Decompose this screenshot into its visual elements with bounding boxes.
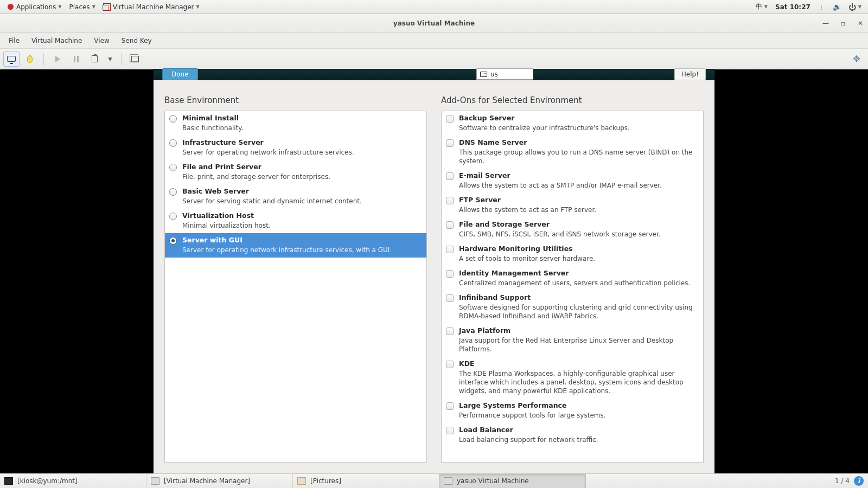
addon-option-title: Identity Management Server	[459, 269, 690, 278]
addon-option[interactable]: Backup ServerSoftware to centralize your…	[442, 111, 703, 136]
taskbar-task[interactable]: [kiosk@yum:/mnt]	[0, 474, 146, 488]
menu-file[interactable]: File	[3, 35, 25, 47]
addon-option-desc: Allows the system to act as a SMTP and/o…	[459, 181, 662, 190]
window-close-button[interactable]: ✕	[856, 20, 865, 27]
pause-icon	[74, 56, 79, 62]
taskbar-task[interactable]: yasuo Virtual Machine	[439, 474, 586, 488]
ime-indicator[interactable]: 中 ▼	[752, 2, 771, 11]
addon-option[interactable]: Identity Management ServerCentralized ma…	[442, 266, 703, 291]
env-option-desc: Server for operating network infrastruct…	[182, 246, 392, 254]
addons-list[interactable]: Backup ServerSoftware to centralize your…	[441, 111, 704, 463]
addon-option[interactable]: FTP ServerAllows the system to act as an…	[442, 193, 703, 217]
power-indicator[interactable]: ⏻▼	[845, 3, 865, 11]
console-view-button[interactable]	[3, 52, 20, 67]
addon-option[interactable]: Large Systems PerformancePerformance sup…	[442, 399, 703, 423]
env-option-title: Infrastructure Server	[182, 138, 354, 147]
checkbox-icon	[446, 197, 454, 204]
addon-option-desc: The KDE Plasma Workspaces, a highly-conf…	[459, 369, 699, 395]
appmenu-vmm[interactable]: Virtual Machine Manager ▼	[100, 3, 203, 11]
taskbar-task-label: yasuo Virtual Machine	[457, 477, 529, 485]
wifi-icon: ⧙	[818, 3, 826, 11]
keyboard-icon	[480, 72, 487, 77]
vm-shutdown-menu-button[interactable]: ▼	[105, 52, 116, 67]
window-minimize-button[interactable]: —	[821, 20, 830, 27]
toolbar-separator	[43, 53, 44, 65]
radio-icon	[169, 213, 177, 220]
vm-guest-display[interactable]: Done us Help! Base Environment Minimal I…	[0, 69, 868, 473]
window-title: yasuo Virtual Machine	[393, 20, 475, 27]
addon-option[interactable]: KDEThe KDE Plasma Workspaces, a highly-c…	[442, 357, 703, 399]
menu-view[interactable]: View	[88, 35, 114, 47]
env-option-title: File and Print Server	[182, 163, 330, 171]
info-applet-icon[interactable]: i	[854, 476, 864, 486]
addon-option-title: Large Systems Performance	[459, 401, 606, 410]
chevron-down-icon: ▼	[858, 4, 861, 9]
activities-redhat-menu[interactable]: Applications ▼	[3, 3, 65, 11]
vmm-icon	[444, 477, 452, 485]
vm-toolbar: ▼ ✥	[0, 49, 868, 69]
volume-indicator[interactable]: 🔉	[830, 3, 844, 11]
keyboard-layout-indicator[interactable]: us	[476, 68, 533, 80]
vm-shutdown-button[interactable]	[86, 52, 103, 67]
lightbulb-icon	[27, 55, 33, 63]
env-option[interactable]: File and Print ServerFile, print, and st…	[165, 160, 426, 184]
addon-option[interactable]: File and Storage ServerCIFS, SMB, NFS, i…	[442, 217, 703, 242]
addon-option-title: Infiniband Support	[459, 293, 699, 302]
env-option[interactable]: Infrastructure ServerServer for operatin…	[165, 136, 426, 160]
addons-heading: Add-Ons for Selected Environment	[441, 95, 704, 105]
checkbox-icon	[446, 115, 454, 123]
addon-option[interactable]: E-mail ServerAllows the system to act as…	[442, 169, 703, 193]
redhat-icon	[7, 3, 14, 11]
taskbar-task-label: [kiosk@yum:/mnt]	[17, 477, 78, 485]
vm-run-button[interactable]	[49, 52, 66, 67]
workspace-indicator[interactable]: 1 / 4	[835, 477, 850, 485]
radio-icon	[169, 139, 177, 147]
addon-option[interactable]: DNS Name ServerThis package group allows…	[442, 136, 703, 169]
addon-option[interactable]: Java PlatformJava support for the Red Ha…	[442, 324, 703, 357]
details-view-button[interactable]	[22, 52, 38, 67]
addon-option-title: E-mail Server	[459, 171, 662, 180]
env-option-title: Virtualization Host	[182, 211, 271, 220]
menubar: File Virtual Machine View Send Key	[0, 33, 868, 49]
vmm-icon	[103, 3, 111, 11]
chevron-down-icon: ▼	[108, 56, 112, 62]
checkbox-icon	[446, 402, 454, 410]
move-icon: ✥	[853, 54, 860, 64]
vm-pause-button[interactable]	[68, 52, 84, 67]
window-titlebar[interactable]: yasuo Virtual Machine — ▫ ✕	[0, 14, 868, 33]
done-button[interactable]: Done	[162, 68, 198, 80]
appmenu-label: Virtual Machine Manager	[113, 3, 194, 11]
addon-option[interactable]: Load BalancerLoad balancing support for …	[442, 423, 703, 447]
keyboard-layout-label: us	[490, 70, 498, 78]
clock-label: Sat 10:27	[775, 3, 810, 11]
network-indicator[interactable]: ⧙	[815, 3, 829, 11]
addon-option-desc: Software designed for supporting cluster…	[459, 303, 699, 320]
taskbar-task[interactable]: [Pictures]	[293, 474, 439, 488]
monitor-icon	[7, 56, 16, 62]
addon-option[interactable]: Hardware Monitoring UtilitiesA set of to…	[442, 242, 703, 266]
checkbox-icon	[446, 294, 454, 302]
addon-option[interactable]: Infiniband SupportSoftware designed for …	[442, 291, 703, 324]
chevron-down-icon: ▼	[58, 4, 61, 9]
env-option[interactable]: Basic Web ServerServer for serving stati…	[165, 184, 426, 209]
window-maximize-button[interactable]: ▫	[839, 20, 847, 27]
addon-option-desc: CIFS, SMB, NFS, iSCSI, iSER, and iSNS ne…	[459, 230, 661, 239]
clock[interactable]: Sat 10:27	[772, 3, 814, 11]
vm-fullscreen-button[interactable]	[127, 52, 143, 67]
taskbar-task[interactable]: [Virtual Machine Manager]	[146, 474, 293, 488]
env-option[interactable]: Minimal InstallBasic functionality.	[165, 111, 426, 136]
taskbar-task-label: [Virtual Machine Manager]	[164, 477, 250, 485]
base-environment-list[interactable]: Minimal InstallBasic functionality.Infra…	[164, 111, 427, 463]
help-button[interactable]: Help!	[674, 68, 706, 80]
radio-icon	[169, 188, 177, 196]
vmm-icon	[151, 477, 159, 485]
vm-grab-hint-icon: ✥	[848, 52, 865, 67]
addon-option-desc: Java support for the Red Hat Enterprise …	[459, 336, 699, 354]
env-option[interactable]: Virtualization HostMinimal virtualizatio…	[165, 209, 426, 233]
checkbox-icon	[446, 270, 454, 278]
places-menu[interactable]: Places ▼	[66, 3, 98, 11]
env-option[interactable]: Server with GUIServer for operating netw…	[165, 233, 426, 258]
addon-option-title: File and Storage Server	[459, 220, 661, 229]
menu-send-key[interactable]: Send Key	[116, 35, 157, 47]
menu-virtual-machine[interactable]: Virtual Machine	[26, 35, 87, 47]
